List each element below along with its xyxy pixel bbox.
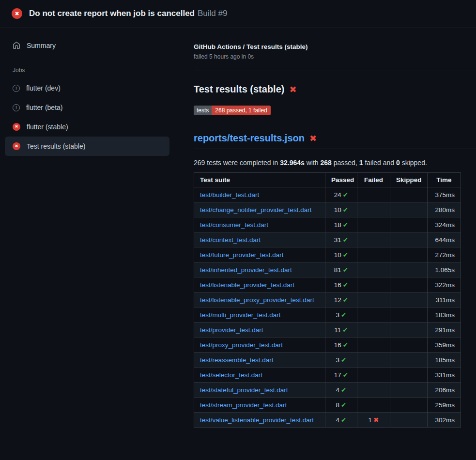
test-suite-link[interactable]: test/proxy_provider_test.dart: [200, 341, 283, 349]
suite-cell: test/proxy_provider_test.dart: [194, 337, 325, 353]
home-icon: [13, 42, 20, 49]
suite-cell: test/multi_provider_test.dart: [194, 307, 325, 322]
check-icon: ✔: [343, 296, 348, 304]
sidebar-job-item[interactable]: ! flutter (dev): [5, 78, 169, 98]
count-value: 18: [334, 221, 341, 229]
count-value: 10: [334, 251, 341, 259]
check-icon: ✔: [343, 251, 348, 259]
skipped-cell: [390, 337, 428, 353]
table-header-row: Test suite Passed Failed Skipped Time: [194, 173, 461, 187]
test-suite-link[interactable]: test/listenable_provider_test.dart: [200, 281, 294, 289]
count-value: 24: [334, 191, 341, 199]
time-cell: 359ms: [428, 337, 461, 353]
passed-cell: 3✔: [325, 307, 357, 322]
table-row: test/reassemble_test.dart 3✔ 185ms: [194, 353, 461, 368]
badge-label: tests: [194, 106, 212, 115]
time-cell: 324ms: [428, 217, 461, 232]
col-header-passed: Passed: [325, 173, 357, 187]
col-header-failed: Failed: [357, 173, 390, 187]
count-value: 16: [334, 281, 341, 289]
time-cell: 272ms: [428, 247, 461, 262]
count-value: 10: [334, 206, 341, 214]
skipped-cell: [390, 187, 428, 202]
table-row: test/consumer_test.dart 18✔ 324ms: [194, 217, 461, 232]
failed-cell: 1✖: [357, 413, 390, 428]
table-row: test/stateful_provider_test.dart 4✔ 206m…: [194, 383, 461, 398]
test-suite-link[interactable]: test/listenable_proxy_provider_test.dart: [200, 296, 314, 304]
check-icon: ✔: [343, 266, 348, 274]
test-suite-link[interactable]: test/inherited_provider_test.dart: [200, 266, 292, 274]
failed-cell: [357, 202, 390, 217]
suite-cell: test/stateful_provider_test.dart: [194, 383, 325, 398]
time-cell: 291ms: [428, 322, 461, 337]
test-suite-link[interactable]: test/future_provider_test.dart: [200, 251, 284, 259]
time-cell: 322ms: [428, 277, 461, 292]
time-cell: 644ms: [428, 232, 461, 247]
passed-cell: 10✔: [325, 247, 357, 262]
test-suite-link[interactable]: test/stream_provider_test.dart: [200, 401, 287, 409]
test-suite-link[interactable]: test/context_test.dart: [200, 236, 261, 244]
test-suite-link[interactable]: test/stateful_provider_test.dart: [200, 386, 288, 394]
passed-cell: 81✔: [325, 262, 357, 277]
skipped-cell: [390, 262, 428, 277]
test-results-table: Test suite Passed Failed Skipped Time te…: [194, 172, 461, 428]
skipped-cell: [390, 307, 428, 322]
count-value: 12: [334, 296, 341, 304]
failed-cell: [357, 383, 390, 398]
check-icon: ✔: [341, 386, 346, 394]
alert-circle-icon: !: [13, 104, 20, 111]
count-value: 1: [369, 416, 372, 424]
check-icon: ✔: [343, 281, 348, 289]
passed-cell: 24✔: [325, 187, 357, 202]
test-suite-link[interactable]: test/change_notifier_provider_test.dart: [200, 206, 311, 214]
time-cell: 375ms: [428, 187, 461, 202]
failed-x-icon: ✖: [309, 134, 317, 143]
report-file-link[interactable]: reports/test-results.json: [194, 133, 305, 144]
breadcrumb: GitHub Actions / Test results (stable): [194, 43, 476, 50]
test-suite-link[interactable]: test/selector_test.dart: [200, 371, 262, 379]
passed-cell: 17✔: [325, 368, 357, 383]
alert-circle-icon: !: [13, 85, 20, 92]
failed-cell: [357, 368, 390, 383]
failed-cell: [357, 217, 390, 232]
section-divider: [194, 71, 476, 71]
test-suite-link[interactable]: test/multi_provider_test.dart: [200, 311, 281, 319]
suite-cell: test/inherited_provider_test.dart: [194, 262, 325, 277]
sidebar-item-summary[interactable]: Summary: [5, 36, 169, 55]
table-row: test/builder_test.dart 24✔ 375ms: [194, 187, 461, 202]
suite-cell: test/selector_test.dart: [194, 368, 325, 383]
test-suite-link[interactable]: test/provider_test.dart: [200, 326, 263, 334]
check-icon: ✔: [341, 356, 346, 364]
skipped-cell: [390, 353, 428, 368]
skipped-cell: [390, 277, 428, 292]
table-row: test/multi_provider_test.dart 3✔ 183ms: [194, 307, 461, 322]
passed-cell: 3✔: [325, 353, 357, 368]
time-cell: 206ms: [428, 383, 461, 398]
check-icon: ✔: [341, 416, 346, 424]
test-suite-link[interactable]: test/consumer_test.dart: [200, 221, 268, 229]
suite-cell: test/consumer_test.dart: [194, 217, 325, 232]
check-run-title: Test results (stable): [194, 84, 284, 95]
count-value: 31: [334, 236, 341, 244]
test-suite-link[interactable]: test/value_listenable_provider_test.dart: [200, 416, 314, 424]
x-circle-icon: ✖: [13, 142, 20, 150]
passed-cell: 18✔: [325, 217, 357, 232]
sidebar-job-item[interactable]: ✖ flutter (stable): [5, 117, 169, 137]
skipped-cell: [390, 232, 428, 247]
table-row: test/context_test.dart 31✔ 644ms: [194, 232, 461, 247]
tests-badge: tests 268 passed, 1 failed: [194, 106, 271, 115]
check-icon: ✔: [343, 221, 348, 229]
test-suite-link[interactable]: test/reassemble_test.dart: [200, 356, 274, 364]
table-row: test/value_listenable_provider_test.dart…: [194, 413, 461, 428]
count-value: 8: [336, 401, 340, 409]
job-label: Test results (stable): [27, 142, 85, 150]
sidebar-job-item[interactable]: ! flutter (beta): [5, 98, 169, 117]
suite-cell: test/listenable_proxy_provider_test.dart: [194, 292, 325, 307]
test-suite-link[interactable]: test/builder_test.dart: [200, 191, 259, 199]
sidebar: Summary Jobs ! flutter (dev) ! flutter (…: [0, 28, 189, 156]
failed-x-icon: ✖: [289, 85, 296, 94]
count-value: 4: [336, 386, 340, 394]
time-cell: 183ms: [428, 307, 461, 322]
table-row: test/listenable_provider_test.dart 16✔ 3…: [194, 277, 461, 292]
sidebar-job-item[interactable]: ✖ Test results (stable): [5, 137, 169, 156]
